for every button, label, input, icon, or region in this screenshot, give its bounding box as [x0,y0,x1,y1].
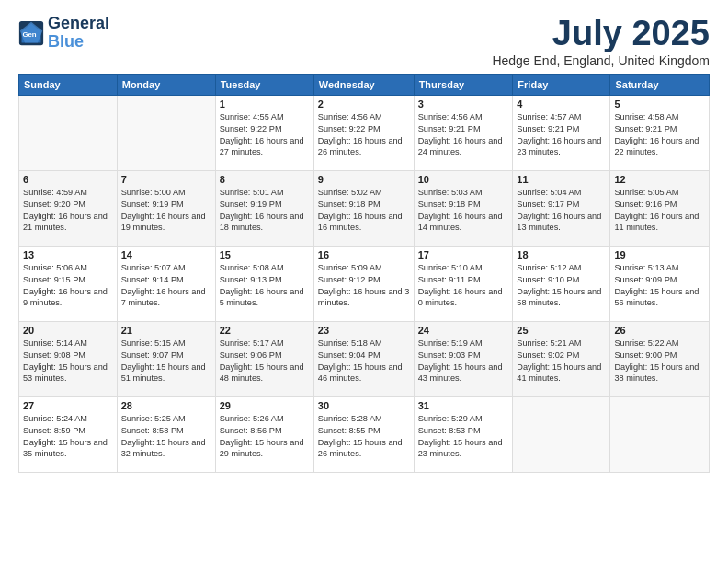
day-number: 14 [121,249,211,260]
header-saturday: Saturday [610,74,710,95]
day-number: 18 [517,249,606,260]
header-thursday: Thursday [414,74,513,95]
table-row: 4Sunrise: 4:57 AM Sunset: 9:21 PM Daylig… [513,95,610,170]
day-number: 1 [220,98,310,109]
day-number: 16 [318,249,410,260]
cell-info: Sunrise: 5:02 AM Sunset: 9:18 PM Dayligh… [318,187,410,235]
day-number: 13 [23,249,113,260]
cell-info: Sunrise: 4:57 AM Sunset: 9:21 PM Dayligh… [517,111,606,159]
cell-info: Sunrise: 5:03 AM Sunset: 9:18 PM Dayligh… [418,187,509,235]
logo-icon: Gen [18,20,44,46]
calendar-body: 1Sunrise: 4:55 AM Sunset: 9:22 PM Daylig… [19,95,710,472]
day-number: 24 [418,325,509,336]
title-block: July 2025 Hedge End, England, United Kin… [492,15,710,68]
day-number: 15 [220,249,310,260]
day-number: 4 [517,98,606,109]
table-row: 22Sunrise: 5:17 AM Sunset: 9:06 PM Dayli… [215,321,313,396]
table-row: 13Sunrise: 5:06 AM Sunset: 9:15 PM Dayli… [19,246,118,321]
cell-info: Sunrise: 4:56 AM Sunset: 9:22 PM Dayligh… [318,111,410,159]
calendar-week-row: 20Sunrise: 5:14 AM Sunset: 9:08 PM Dayli… [19,321,710,396]
calendar-week-row: 27Sunrise: 5:24 AM Sunset: 8:59 PM Dayli… [19,396,710,472]
cell-info: Sunrise: 5:06 AM Sunset: 9:15 PM Dayligh… [23,262,113,310]
table-row: 30Sunrise: 5:28 AM Sunset: 8:55 PM Dayli… [313,396,414,472]
cell-info: Sunrise: 5:15 AM Sunset: 9:07 PM Dayligh… [121,338,211,385]
day-number: 7 [121,174,211,185]
day-number: 20 [23,325,113,336]
day-number: 25 [517,325,606,336]
header-monday: Monday [117,74,215,95]
header-sunday: Sunday [19,74,118,95]
cell-info: Sunrise: 5:13 AM Sunset: 9:09 PM Dayligh… [614,262,705,310]
cell-info: Sunrise: 5:17 AM Sunset: 9:06 PM Dayligh… [220,338,310,385]
day-number: 21 [121,325,211,336]
cell-info: Sunrise: 5:12 AM Sunset: 9:10 PM Dayligh… [517,262,606,310]
table-row: 27Sunrise: 5:24 AM Sunset: 8:59 PM Dayli… [19,396,118,472]
cell-info: Sunrise: 5:29 AM Sunset: 8:53 PM Dayligh… [418,413,509,461]
table-row: 5Sunrise: 4:58 AM Sunset: 9:21 PM Daylig… [610,95,710,170]
day-number: 2 [318,98,410,109]
day-number: 23 [318,325,410,336]
day-number: 10 [418,174,509,185]
table-row: 17Sunrise: 5:10 AM Sunset: 9:11 PM Dayli… [414,246,513,321]
table-row [610,396,710,472]
day-number: 3 [418,98,509,109]
table-row [19,95,118,170]
cell-info: Sunrise: 5:24 AM Sunset: 8:59 PM Dayligh… [23,413,113,461]
table-row: 1Sunrise: 4:55 AM Sunset: 9:22 PM Daylig… [215,95,313,170]
cell-info: Sunrise: 5:25 AM Sunset: 8:58 PM Dayligh… [121,413,211,461]
table-row: 16Sunrise: 5:09 AM Sunset: 9:12 PM Dayli… [313,246,414,321]
calendar-week-row: 6Sunrise: 4:59 AM Sunset: 9:20 PM Daylig… [19,170,710,246]
header: Gen General Blue July 2025 Hedge End, En… [18,15,710,68]
day-number: 5 [614,98,705,109]
table-row [513,396,610,472]
table-row: 31Sunrise: 5:29 AM Sunset: 8:53 PM Dayli… [414,396,513,472]
cell-info: Sunrise: 4:59 AM Sunset: 9:20 PM Dayligh… [23,187,113,235]
cell-info: Sunrise: 4:56 AM Sunset: 9:21 PM Dayligh… [418,111,509,159]
day-number: 30 [318,400,410,411]
table-row: 15Sunrise: 5:08 AM Sunset: 9:13 PM Dayli… [215,246,313,321]
cell-info: Sunrise: 5:14 AM Sunset: 9:08 PM Dayligh… [23,338,113,385]
day-number: 17 [418,249,509,260]
calendar-header-row: Sunday Monday Tuesday Wednesday Thursday… [19,74,710,95]
cell-info: Sunrise: 5:18 AM Sunset: 9:04 PM Dayligh… [318,338,410,385]
table-row: 2Sunrise: 4:56 AM Sunset: 9:22 PM Daylig… [313,95,414,170]
table-row: 19Sunrise: 5:13 AM Sunset: 9:09 PM Dayli… [610,246,710,321]
table-row: 9Sunrise: 5:02 AM Sunset: 9:18 PM Daylig… [313,170,414,246]
table-row: 29Sunrise: 5:26 AM Sunset: 8:56 PM Dayli… [215,396,313,472]
cell-info: Sunrise: 5:28 AM Sunset: 8:55 PM Dayligh… [318,413,410,461]
day-number: 8 [220,174,310,185]
svg-text:Gen: Gen [22,29,36,38]
cell-info: Sunrise: 5:10 AM Sunset: 9:11 PM Dayligh… [418,262,509,310]
cell-info: Sunrise: 5:00 AM Sunset: 9:19 PM Dayligh… [121,187,211,235]
cell-info: Sunrise: 5:22 AM Sunset: 9:00 PM Dayligh… [614,338,705,385]
table-row: 28Sunrise: 5:25 AM Sunset: 8:58 PM Dayli… [117,396,215,472]
day-number: 31 [418,400,509,411]
cell-info: Sunrise: 4:58 AM Sunset: 9:21 PM Dayligh… [614,111,705,159]
header-tuesday: Tuesday [215,74,313,95]
cell-info: Sunrise: 5:21 AM Sunset: 9:02 PM Dayligh… [517,338,606,385]
table-row: 21Sunrise: 5:15 AM Sunset: 9:07 PM Dayli… [117,321,215,396]
day-number: 11 [517,174,606,185]
header-wednesday: Wednesday [313,74,414,95]
header-friday: Friday [513,74,610,95]
month-title: July 2025 [492,15,710,53]
day-number: 27 [23,400,113,411]
table-row: 24Sunrise: 5:19 AM Sunset: 9:03 PM Dayli… [414,321,513,396]
table-row: 25Sunrise: 5:21 AM Sunset: 9:02 PM Dayli… [513,321,610,396]
table-row: 6Sunrise: 4:59 AM Sunset: 9:20 PM Daylig… [19,170,118,246]
calendar-table: Sunday Monday Tuesday Wednesday Thursday… [18,74,710,473]
table-row: 3Sunrise: 4:56 AM Sunset: 9:21 PM Daylig… [414,95,513,170]
cell-info: Sunrise: 5:04 AM Sunset: 9:17 PM Dayligh… [517,187,606,235]
table-row: 8Sunrise: 5:01 AM Sunset: 9:19 PM Daylig… [215,170,313,246]
table-row: 11Sunrise: 5:04 AM Sunset: 9:17 PM Dayli… [513,170,610,246]
page: Gen General Blue July 2025 Hedge End, En… [0,0,728,563]
day-number: 26 [614,325,705,336]
calendar-week-row: 13Sunrise: 5:06 AM Sunset: 9:15 PM Dayli… [19,246,710,321]
day-number: 28 [121,400,211,411]
cell-info: Sunrise: 5:01 AM Sunset: 9:19 PM Dayligh… [220,187,310,235]
location: Hedge End, England, United Kingdom [492,53,710,68]
table-row: 14Sunrise: 5:07 AM Sunset: 9:14 PM Dayli… [117,246,215,321]
cell-info: Sunrise: 4:55 AM Sunset: 9:22 PM Dayligh… [220,111,310,159]
table-row: 26Sunrise: 5:22 AM Sunset: 9:00 PM Dayli… [610,321,710,396]
day-number: 29 [220,400,310,411]
